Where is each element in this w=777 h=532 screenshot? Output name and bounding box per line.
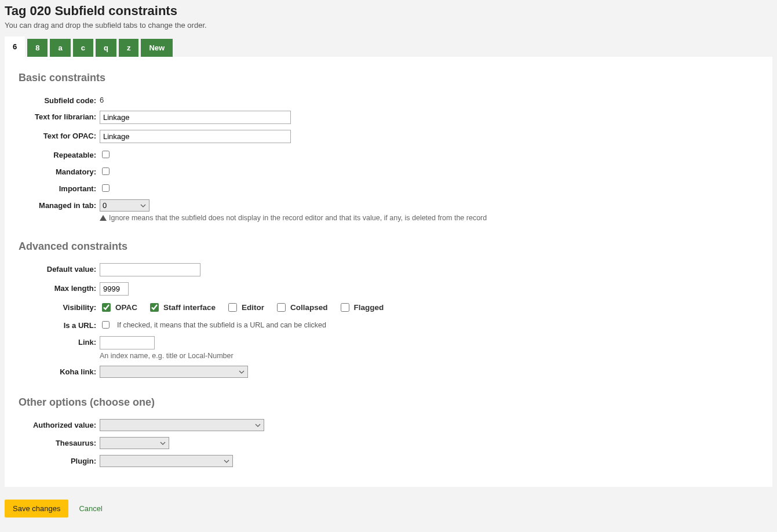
koha-link-select[interactable] xyxy=(100,366,248,378)
visibility-flagged-label: Flagged xyxy=(354,303,384,312)
tab-8[interactable]: 8 xyxy=(27,39,48,57)
subfield-tabs: 6 8 a c q z New xyxy=(5,37,772,57)
subfield-code-label: Subfield code: xyxy=(19,94,100,105)
managed-tab-label: Managed in tab: xyxy=(19,199,100,210)
text-opac-input[interactable] xyxy=(100,130,291,143)
visibility-collapsed-checkbox[interactable] xyxy=(277,303,286,312)
default-value-input[interactable] xyxy=(100,263,200,276)
mandatory-label: Mandatory: xyxy=(19,166,100,176)
section-other-title: Other options (choose one) xyxy=(19,396,758,409)
repeatable-label: Repeatable: xyxy=(19,149,100,159)
footer: Save changes Cancel xyxy=(0,491,777,522)
section-advanced-title: Advanced constraints xyxy=(19,241,758,253)
tab-new[interactable]: New xyxy=(141,39,173,57)
save-button[interactable]: Save changes xyxy=(5,500,68,518)
visibility-opac-checkbox[interactable] xyxy=(102,303,111,312)
plugin-label: Plugin: xyxy=(19,455,100,465)
text-librarian-label: Text for librarian: xyxy=(19,111,100,121)
visibility-staff[interactable]: Staff interface xyxy=(148,301,216,314)
link-input[interactable] xyxy=(100,336,155,349)
managed-tab-hint: Ignore means that the subfield does not … xyxy=(109,214,487,222)
tab-a[interactable]: a xyxy=(50,39,70,57)
tab-q[interactable]: q xyxy=(96,39,116,57)
is-url-hint: If checked, it means that the subfield i… xyxy=(117,321,326,329)
mandatory-checkbox[interactable] xyxy=(102,167,110,175)
visibility-staff-checkbox[interactable] xyxy=(150,303,159,312)
visibility-editor[interactable]: Editor xyxy=(226,301,264,314)
tab-z[interactable]: z xyxy=(119,39,139,57)
tab-c[interactable]: c xyxy=(73,39,93,57)
visibility-editor-checkbox[interactable] xyxy=(228,303,237,312)
visibility-opac[interactable]: OPAC xyxy=(100,301,137,314)
authorized-value-label: Authorized value: xyxy=(19,419,100,429)
default-value-label: Default value: xyxy=(19,263,100,274)
visibility-label: Visibility: xyxy=(19,301,100,312)
link-hint: An index name, e.g. title or Local-Numbe… xyxy=(100,352,234,360)
warning-icon xyxy=(100,215,107,221)
max-length-label: Max length: xyxy=(19,282,100,293)
thesaurus-select[interactable] xyxy=(100,437,169,449)
visibility-editor-label: Editor xyxy=(242,303,264,312)
page-title: Tag 020 Subfield constraints xyxy=(5,3,772,19)
koha-link-label: Koha link: xyxy=(19,366,100,376)
important-label: Important: xyxy=(19,183,100,193)
cancel-link[interactable]: Cancel xyxy=(79,504,102,513)
page-subtitle: You can drag and drop the subfield tabs … xyxy=(5,21,772,30)
repeatable-checkbox[interactable] xyxy=(102,151,110,158)
visibility-flagged-checkbox[interactable] xyxy=(341,303,349,312)
visibility-opac-label: OPAC xyxy=(115,303,137,312)
authorized-value-select[interactable] xyxy=(100,419,264,431)
visibility-staff-label: Staff interface xyxy=(163,303,216,312)
visibility-collapsed[interactable]: Collapsed xyxy=(275,301,328,314)
is-url-checkbox[interactable] xyxy=(102,321,110,329)
text-librarian-input[interactable] xyxy=(100,111,291,124)
link-label: Link: xyxy=(19,336,100,347)
visibility-collapsed-label: Collapsed xyxy=(290,303,328,312)
section-basic-title: Basic constraints xyxy=(19,72,758,84)
text-opac-label: Text for OPAC: xyxy=(19,130,100,140)
max-length-input[interactable] xyxy=(100,282,129,296)
managed-tab-select[interactable]: 0 xyxy=(100,199,149,212)
is-url-label: Is a URL: xyxy=(19,319,100,330)
visibility-flagged[interactable]: Flagged xyxy=(338,301,384,314)
important-checkbox[interactable] xyxy=(102,184,110,192)
plugin-select[interactable] xyxy=(100,455,233,467)
tab-6[interactable]: 6 xyxy=(5,37,25,57)
subfield-panel: Basic constraints Subfield code: 6 Text … xyxy=(5,57,772,487)
subfield-code-value: 6 xyxy=(100,94,104,104)
thesaurus-label: Thesaurus: xyxy=(19,437,100,447)
